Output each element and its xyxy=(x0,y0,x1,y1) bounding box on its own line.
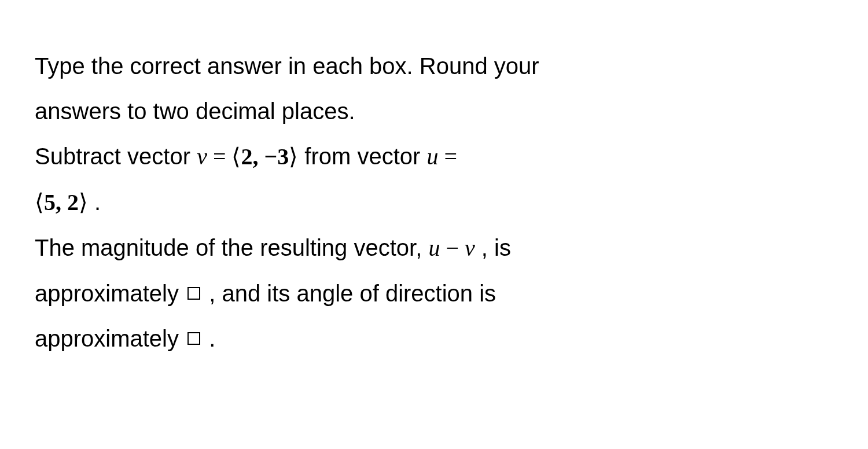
var-v: v xyxy=(197,143,207,170)
from-vector-text: from vector xyxy=(298,143,426,169)
approximately-2: approximately xyxy=(35,326,185,351)
var-u: u xyxy=(427,143,439,170)
problem-text: Type the correct answer in each box. Rou… xyxy=(35,43,833,361)
rangle-2: ⟩ xyxy=(79,189,88,215)
instruction-line-1: Type the correct answer in each box. Rou… xyxy=(35,53,539,79)
magnitude-text: The magnitude of the resulting vector, xyxy=(35,235,428,260)
answer-box-magnitude[interactable] xyxy=(187,287,200,300)
subtract-text: Subtract vector xyxy=(35,143,197,169)
answer-box-angle[interactable] xyxy=(187,332,200,345)
equals-1: = xyxy=(207,143,232,170)
period-1: . xyxy=(88,189,101,215)
angle-text: , and its angle of direction is xyxy=(203,281,496,306)
expr-minus: − xyxy=(440,235,465,261)
vector-v-components: 2, −3 xyxy=(241,143,289,170)
is-text: , is xyxy=(475,235,511,260)
instruction-line-2: answers to two decimal places. xyxy=(35,98,355,124)
expr-v: v xyxy=(465,235,475,261)
langle-1: ⟨ xyxy=(231,143,241,170)
approximately-1: approximately xyxy=(35,281,185,306)
vector-u-components: 5, 2 xyxy=(44,189,79,215)
expr-u: u xyxy=(428,235,440,261)
equals-2: = xyxy=(439,143,458,170)
langle-2: ⟨ xyxy=(35,189,44,215)
period-2: . xyxy=(203,326,215,351)
rangle-1: ⟩ xyxy=(289,143,298,170)
